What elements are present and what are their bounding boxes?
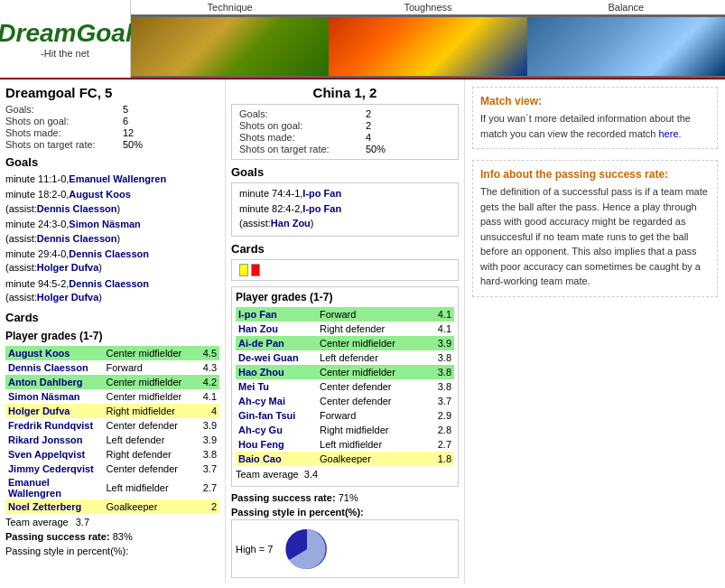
left-player-pos: Center defender: [104, 462, 198, 476]
goal-link-wallengren[interactable]: Emanuel Wallengren: [69, 173, 166, 184]
left-goals-value: 5: [123, 104, 128, 115]
left-player-val: 3.9: [197, 433, 219, 447]
center-player-row: Ai-de Pan Center midfielder 3.9: [236, 336, 454, 350]
center-player-pos: Forward: [317, 408, 429, 423]
left-player-name[interactable]: August Koos: [5, 346, 104, 360]
left-player-name[interactable]: Fredrik Rundqvist: [5, 418, 104, 433]
center-player-name[interactable]: Ah-cy Gu: [236, 423, 317, 437]
center-player-val: 3.8: [429, 350, 454, 365]
center-goal-assist-han[interactable]: Han Zou: [271, 218, 311, 229]
match-view-box: Match view: If you wan´t more detailed i…: [472, 87, 718, 149]
left-player-name[interactable]: Emanuel Wallengren: [5, 476, 104, 499]
center-stats-box: Goals: 2 Shots on goal: 2 Shots made: 4 …: [231, 104, 459, 160]
center-goal-link-fan-2[interactable]: I-po Fan: [302, 203, 341, 214]
left-shots-on-goal-value: 6: [123, 116, 128, 126]
left-goals-label: Goals:: [5, 104, 123, 115]
center-player-pos: Right midfielder: [317, 423, 429, 437]
center-passing-rate-label: Passing success rate:: [231, 492, 336, 503]
info-text: The definition of a successful pass is i…: [480, 184, 710, 289]
left-goal-2: minute 18:2-0,August Koos (assist:Dennis…: [5, 188, 219, 216]
left-player-name[interactable]: Rikard Jonsson: [5, 433, 104, 447]
toughness-img-placeholder: [329, 17, 526, 76]
goal-assist-claesson-2[interactable]: Dennis Claesson: [37, 233, 117, 244]
center-goals-header: Goals: [231, 165, 459, 179]
main-content: Dreamgoal FC, 5 Goals: 5 Shots on goal: …: [0, 79, 725, 583]
logo-area: DreamGoal -Hit the net: [0, 0, 131, 78]
left-player-row: Anton Dahlberg Center midfielder 4.2: [5, 375, 219, 389]
center-player-row: Hou Feng Left midfielder 2.7: [236, 437, 454, 452]
match-view-text: If you wan´t more detailed information a…: [480, 111, 710, 141]
center-player-name[interactable]: Baio Cao: [236, 452, 317, 466]
left-player-val: 4.3: [197, 360, 219, 375]
center-player-val: 2.8: [429, 423, 454, 437]
left-player-name[interactable]: Simon Näsman: [5, 389, 104, 404]
center-player-val: 1.8: [429, 452, 454, 466]
goal-link-claesson-2[interactable]: Dennis Claesson: [69, 278, 149, 289]
center-grades-box: Player grades (1-7) I-po Fan Forward 4.1…: [231, 286, 459, 487]
pie-label: High = 7: [236, 544, 273, 555]
left-player-pos: Center midfielder: [104, 375, 198, 389]
center-goals-label: Goals:: [239, 108, 366, 119]
center-stat-shots-made: Shots made: 4: [239, 132, 451, 143]
left-grades-section: Player grades (1-7) August Koos Center m…: [5, 330, 219, 556]
left-goals-header: Goals: [5, 155, 219, 169]
left-player-name[interactable]: Noel Zetterberg: [5, 499, 104, 514]
left-player-val: 4.2: [197, 375, 219, 389]
left-passing-rate-value: 83%: [113, 531, 133, 542]
left-player-pos: Center defender: [104, 418, 198, 433]
left-player-name[interactable]: Sven Appelqvist: [5, 447, 104, 462]
header-col-technique: Technique: [131, 0, 329, 78]
goal-assist-dufva-1[interactable]: Holger Dufva: [37, 262, 98, 273]
left-player-pos: Right defender: [104, 447, 198, 462]
left-player-pos: Right midfielder: [104, 404, 198, 418]
left-goal-3: minute 24:3-0,Simon Näsman (assist:Denni…: [5, 218, 219, 246]
center-player-name[interactable]: Han Zou: [236, 322, 317, 336]
center-player-name[interactable]: Ah-cy Mai: [236, 394, 317, 408]
center-grades-table: I-po Fan Forward 4.1 Han Zou Right defen…: [236, 307, 454, 466]
left-panel: Dreamgoal FC, 5 Goals: 5 Shots on goal: …: [0, 79, 226, 583]
yellow-card-icon: [239, 264, 248, 276]
left-player-name[interactable]: Dennis Claesson: [5, 360, 104, 375]
center-player-pos: Goalkeeper: [317, 452, 429, 466]
goal-link-nasman[interactable]: Simon Näsman: [69, 219, 140, 229]
left-player-val: 3.7: [197, 462, 219, 476]
logo-text: DreamGoal: [0, 19, 133, 48]
left-player-name[interactable]: Anton Dahlberg: [5, 375, 104, 389]
left-player-name[interactable]: Jimmy Cederqvist: [5, 462, 104, 476]
goal-link-claesson-1[interactable]: Dennis Claesson: [69, 248, 149, 259]
left-player-val: 3.9: [197, 418, 219, 433]
left-goal-4: minute 29:4-0,Dennis Claesson (assist:Ho…: [5, 247, 219, 275]
left-player-pos: Forward: [104, 360, 198, 375]
goal-assist-claesson-1[interactable]: Dennis Claesson: [37, 203, 117, 214]
center-player-val: 3.8: [429, 379, 454, 394]
goal-assist-dufva-2[interactable]: Holger Dufva: [37, 292, 98, 303]
center-player-pos: Right defender: [317, 322, 429, 336]
center-player-val: 3.8: [429, 365, 454, 379]
center-player-name[interactable]: I-po Fan: [236, 307, 317, 322]
center-player-name[interactable]: Hao Zhou: [236, 365, 317, 379]
center-team-avg-label: Team average: [236, 469, 299, 480]
goal-link-koos[interactable]: August Koos: [69, 189, 130, 200]
left-grades-table: August Koos Center midfielder 4.5 Dennis…: [5, 346, 219, 514]
center-goal-2: minute 82:4-2,I-po Fan (assist:Han Zou): [239, 202, 451, 230]
center-player-name[interactable]: Gin-fan Tsui: [236, 408, 317, 423]
left-stat-shots-target: Shots on target rate: 50%: [5, 139, 219, 150]
center-player-name[interactable]: Ai-de Pan: [236, 336, 317, 350]
header-col-balance: Balance: [527, 0, 725, 78]
center-player-name[interactable]: De-wei Guan: [236, 350, 317, 365]
left-goal-1: minute 11:1-0,Emanuel Wallengren: [5, 173, 219, 186]
left-player-pos: Center midfielder: [104, 346, 198, 360]
center-player-name[interactable]: Mei Tu: [236, 379, 317, 394]
center-shots-on-goal-label: Shots on goal:: [239, 120, 366, 131]
info-box: Info about the passing success rate: The…: [472, 160, 718, 297]
center-goal-link-fan-1[interactable]: I-po Fan: [302, 188, 341, 199]
left-player-row: Noel Zetterberg Goalkeeper 2: [5, 499, 219, 514]
left-stats: Goals: 5 Shots on goal: 6 Shots made: 12…: [5, 104, 219, 150]
left-player-val: 2.7: [197, 476, 219, 499]
center-player-row: Ah-cy Gu Right midfielder 2.8: [236, 423, 454, 437]
match-view-link[interactable]: here: [659, 128, 679, 139]
left-cards-header: Cards: [5, 311, 219, 324]
left-player-name[interactable]: Holger Dufva: [5, 404, 104, 418]
center-player-name[interactable]: Hou Feng: [236, 437, 317, 452]
left-passing-rate: Passing success rate: 83%: [5, 531, 219, 542]
